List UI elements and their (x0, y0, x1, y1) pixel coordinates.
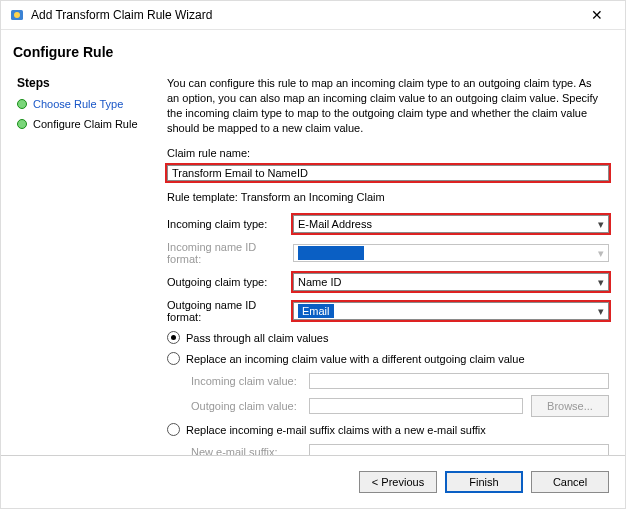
outgoing-type-label: Outgoing claim type: (167, 276, 285, 288)
steps-sidebar: Steps Choose Rule Type Configure Claim R… (5, 68, 167, 144)
chevron-down-icon: ▾ (598, 305, 604, 318)
outgoing-type-select[interactable]: Name ID ▾ (293, 273, 609, 291)
rule-template-text: Rule template: Transform an Incoming Cla… (167, 191, 609, 203)
outgoing-type-value: Name ID (298, 276, 341, 288)
radio-replace-value[interactable]: Replace an incoming claim value with a d… (167, 352, 609, 365)
chevron-down-icon: ▾ (598, 247, 604, 260)
step-choose-rule-type[interactable]: Choose Rule Type (17, 98, 161, 110)
step-label: Configure Claim Rule (33, 118, 138, 130)
radio-icon (167, 423, 180, 436)
close-icon[interactable]: ✕ (577, 7, 617, 23)
browse-button: Browse... (531, 395, 609, 417)
wizard-window: Add Transform Claim Rule Wizard ✕ Config… (0, 0, 626, 509)
body: Steps Choose Rule Type Configure Claim R… (1, 68, 625, 482)
outgoing-format-value: Email (298, 304, 334, 318)
incoming-format-select: ▾ (293, 244, 609, 262)
incoming-type-label: Incoming claim type: (167, 218, 285, 230)
radio-label: Pass through all claim values (186, 332, 328, 344)
incoming-value-input (309, 373, 609, 389)
radio-pass-through[interactable]: Pass through all claim values (167, 331, 609, 344)
step-dot-icon (17, 99, 27, 109)
outgoing-format-label: Outgoing name ID format: (167, 299, 285, 323)
intro-text: You can configure this rule to map an in… (167, 76, 609, 135)
outgoing-format-select[interactable]: Email ▾ (293, 302, 609, 320)
page-title: Configure Rule (1, 30, 625, 68)
radio-label: Replace an incoming claim value with a d… (186, 353, 525, 365)
incoming-type-select[interactable]: E-Mail Address ▾ (293, 215, 609, 233)
svg-point-1 (14, 12, 20, 18)
outgoing-value-input (309, 398, 523, 414)
window-title: Add Transform Claim Rule Wizard (31, 8, 577, 22)
radio-label: Replace incoming e-mail suffix claims wi… (186, 424, 486, 436)
finish-button[interactable]: Finish (445, 471, 523, 493)
titlebar: Add Transform Claim Rule Wizard ✕ (1, 1, 625, 30)
steps-heading: Steps (17, 76, 161, 90)
radio-icon (167, 352, 180, 365)
redacted-value (298, 246, 364, 260)
incoming-value-label: Incoming claim value: (191, 375, 301, 387)
previous-button[interactable]: < Previous (359, 471, 437, 493)
cancel-button[interactable]: Cancel (531, 471, 609, 493)
incoming-type-value: E-Mail Address (298, 218, 372, 230)
chevron-down-icon: ▾ (598, 276, 604, 289)
step-configure-claim-rule[interactable]: Configure Claim Rule (17, 118, 161, 130)
radio-replace-suffix[interactable]: Replace incoming e-mail suffix claims wi… (167, 423, 609, 436)
content: You can configure this rule to map an in… (167, 68, 621, 482)
radio-icon (167, 331, 180, 344)
chevron-down-icon: ▾ (598, 218, 604, 231)
wizard-buttons: < Previous Finish Cancel (1, 455, 625, 508)
step-dot-icon (17, 119, 27, 129)
claim-rule-name-input[interactable] (167, 165, 609, 181)
step-label: Choose Rule Type (33, 98, 123, 110)
claim-rule-name-label: Claim rule name: (167, 147, 609, 159)
incoming-format-label: Incoming name ID format: (167, 241, 285, 265)
outgoing-value-label: Outgoing claim value: (191, 400, 301, 412)
app-icon (9, 7, 25, 23)
